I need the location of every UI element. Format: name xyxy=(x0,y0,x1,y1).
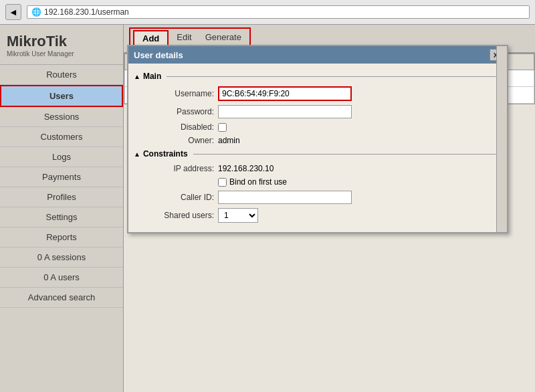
content-area: Add Edit Generate ▽ Username xyxy=(124,25,535,392)
ip-value: 192.168.230.10 xyxy=(218,164,274,173)
field-ip-row: IP address: 192.168.230.10 xyxy=(134,164,502,173)
section-divider xyxy=(193,154,502,155)
logo: MikroTik xyxy=(7,33,116,50)
bind-checkbox[interactable] xyxy=(218,178,227,187)
password-label: Password: xyxy=(147,107,214,116)
sidebar-item-payments[interactable]: Payments xyxy=(0,167,123,187)
disabled-checkbox[interactable] xyxy=(218,123,227,132)
field-disabled-row: Disabled: xyxy=(134,122,502,132)
sidebar-item-users[interactable]: Users xyxy=(0,85,123,107)
shared-label: Shared users: xyxy=(147,211,214,220)
sidebar-item-sessions[interactable]: Sessions xyxy=(0,107,123,127)
owner-label: Owner: xyxy=(147,136,214,145)
url-bar[interactable]: 🌐 192.168.230.1/userman xyxy=(27,5,530,19)
sidebar-item-reports[interactable]: Reports xyxy=(0,227,123,248)
logo-subtitle: Mikrotik User Manager xyxy=(7,50,116,58)
sidebar-item-settings[interactable]: Settings xyxy=(0,207,123,227)
password-input[interactable] xyxy=(218,105,352,118)
globe-icon: 🌐 xyxy=(31,7,41,17)
field-caller-row: Caller ID: xyxy=(134,191,502,204)
shared-users-select[interactable]: 1 2 5 10 xyxy=(218,208,258,223)
url-text: 192.168.230.1/userman xyxy=(44,7,129,17)
field-username-row: Username: xyxy=(134,86,502,101)
logo-area: MikroTik Mikrotik User Manager xyxy=(0,25,123,65)
logo-bold: Tik xyxy=(46,33,67,50)
sidebar-item-advanced-search[interactable]: Advanced search xyxy=(0,288,123,308)
caller-label: Caller ID: xyxy=(147,193,214,202)
field-shared-row: Shared users: 1 2 5 10 xyxy=(134,208,502,223)
section-constraints-header: ▲ Constraints xyxy=(134,149,502,159)
field-password-row: Password: xyxy=(134,105,502,118)
section-divider xyxy=(167,76,502,77)
sidebar-item-routers[interactable]: Routers xyxy=(0,65,123,85)
bind-label-text: Bind on first use xyxy=(229,177,287,187)
ip-label: IP address: xyxy=(147,164,214,173)
back-button[interactable]: ◄ xyxy=(5,4,21,20)
user-details-dialog: User details x ▲ Main Username: Password… xyxy=(127,45,508,233)
section-constraints-title: Constraints xyxy=(143,149,188,159)
dialog-title: User details xyxy=(134,50,183,60)
sidebar: MikroTik Mikrotik User Manager Routers U… xyxy=(0,25,124,392)
browser-chrome: ◄ 🌐 192.168.230.1/userman xyxy=(0,0,535,25)
username-input[interactable] xyxy=(218,86,352,101)
sidebar-item-customers[interactable]: Customers xyxy=(0,127,123,147)
section-main-header: ▲ Main xyxy=(134,72,502,81)
dialog-title-bar: User details x xyxy=(128,46,507,64)
dialog-content: ▲ Main Username: Password: Disabled: xyxy=(128,64,507,232)
sidebar-item-sessions-count[interactable]: 0 A sessions xyxy=(0,248,123,268)
main-container: MikroTik Mikrotik User Manager Routers U… xyxy=(0,25,535,392)
caller-input[interactable] xyxy=(218,191,352,204)
username-label: Username: xyxy=(147,89,214,98)
field-bind-row: Bind on first use xyxy=(134,177,502,187)
sidebar-item-logs[interactable]: Logs xyxy=(0,147,123,167)
owner-value: admin xyxy=(218,136,240,145)
disabled-label: Disabled: xyxy=(147,122,214,132)
field-owner-row: Owner: admin xyxy=(134,136,502,145)
section-arrow-icon: ▲ xyxy=(134,151,140,158)
sidebar-item-users-count[interactable]: 0 A users xyxy=(0,268,123,288)
section-arrow-icon: ▲ xyxy=(134,73,140,80)
dialog-scrollbar[interactable] xyxy=(496,46,507,232)
section-main-title: Main xyxy=(143,72,161,81)
sidebar-item-profiles[interactable]: Profiles xyxy=(0,187,123,207)
logo-regular: Mikro xyxy=(7,33,46,50)
